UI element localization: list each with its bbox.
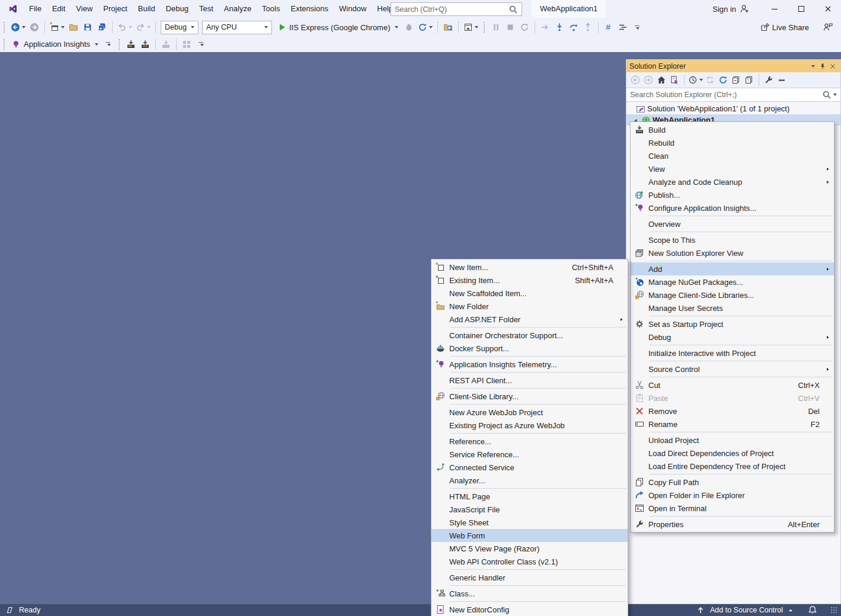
solution-explorer-title-bar[interactable]: Solution Explorer	[626, 60, 840, 72]
context-menu-item-rename[interactable]: Rename F2	[631, 418, 834, 431]
context-menu-item-add[interactable]: Add	[631, 262, 834, 275]
step-into-button[interactable]	[553, 20, 566, 34]
add-submenu-item-docker-support[interactable]: Docker Support...	[431, 342, 628, 355]
context-menu-item-view[interactable]: View	[631, 162, 834, 175]
menu-extensions[interactable]: Extensions	[285, 0, 334, 18]
find-in-files-button[interactable]	[442, 20, 455, 34]
context-menu-item-load-entire-dependency-tree-of-project[interactable]: Load Entire Dependency Tree of Project	[631, 460, 834, 473]
menu-tools[interactable]: Tools	[257, 0, 285, 18]
context-menu-item-configure-application-insights[interactable]: Configure Application Insights...	[631, 201, 834, 214]
context-menu-item-set-as-startup-project[interactable]: Set as Startup Project	[631, 317, 834, 331]
restart-app-button[interactable]	[417, 20, 434, 34]
telemetry-analytics-button[interactable]	[139, 37, 152, 52]
hot-reload-button[interactable]	[402, 20, 415, 34]
show-all-files-button[interactable]	[743, 73, 755, 86]
add-submenu-item-existing-project-as-azure-webjob[interactable]: Existing Project as Azure WebJob	[431, 419, 628, 432]
add-submenu-item-new-item[interactable]: * New Item... Ctrl+Shift+A	[431, 261, 628, 274]
telemetry-search-button[interactable]	[124, 37, 137, 52]
open-folder-button[interactable]	[67, 20, 80, 34]
toolbar-overflow-button[interactable]	[631, 20, 644, 34]
background-tasks-icon[interactable]	[5, 605, 14, 615]
live-share-button[interactable]: Live Share	[759, 20, 810, 34]
syntax-visualizer-button[interactable]: #	[602, 20, 615, 34]
preview-dash-button[interactable]	[776, 73, 788, 86]
tree-item-solution-webapplication1-1-of-1-project[interactable]: Solution 'WebApplication1' (1 of 1 proje…	[626, 103, 840, 114]
add-submenu-item-connected-service[interactable]: Connected Service	[431, 461, 628, 474]
add-submenu-item-javascript-file[interactable]: JavaScript File	[431, 503, 628, 516]
start-debugging-button[interactable]: IIS Express (Google Chrome)	[274, 20, 401, 34]
sign-in-button[interactable]: Sign in	[712, 0, 749, 18]
solution-explorer-search-input[interactable]: Search Solution Explorer (Ctrl+;)	[626, 88, 840, 102]
context-menu-item-manage-nuget-packages[interactable]: Manage NuGet Packages...	[631, 275, 834, 288]
immediate-window-button[interactable]	[616, 20, 629, 34]
menu-project[interactable]: Project	[98, 0, 132, 18]
toolbar-grip[interactable]	[483, 21, 486, 33]
add-submenu-item-rest-api-client[interactable]: REST API Client...	[431, 374, 628, 387]
notifications-bell-icon[interactable]	[808, 605, 817, 615]
collapse-all-button[interactable]	[730, 73, 742, 86]
toolbar-overflow-button[interactable]	[101, 37, 114, 52]
show-next-statement-button[interactable]	[539, 20, 552, 34]
add-submenu-item-service-reference[interactable]: Service Reference...	[431, 448, 628, 461]
search-icon[interactable]	[822, 90, 832, 100]
pending-changes-button[interactable]	[688, 73, 703, 86]
sync-button[interactable]	[704, 73, 716, 86]
search-icon[interactable]	[509, 5, 518, 14]
context-menu-item-unload-project[interactable]: Unload Project	[631, 434, 834, 447]
add-submenu-item-generic-handler[interactable]: Generic Handler	[431, 571, 628, 584]
application-insights-dropdown[interactable]: Application Insights	[9, 40, 101, 49]
save-all-button[interactable]	[95, 20, 108, 34]
se-forward-button[interactable]	[642, 73, 654, 86]
context-menu-item-open-folder-in-file-explorer[interactable]: Open Folder in File Explorer	[631, 489, 834, 502]
resize-grip[interactable]	[830, 607, 837, 614]
context-menu-item-publish[interactable]: Publish...	[631, 188, 834, 201]
add-submenu-item-client-side-library[interactable]: Client-Side Library...	[431, 390, 628, 403]
menu-analyze[interactable]: Analyze	[219, 0, 257, 18]
menu-file[interactable]: File	[24, 0, 47, 18]
undo-button[interactable]	[116, 20, 133, 34]
menu-build[interactable]: Build	[133, 0, 161, 18]
toolbar-overflow-button[interactable]	[194, 37, 207, 52]
se-back-button[interactable]	[629, 73, 641, 86]
window-position-button[interactable]	[807, 62, 817, 71]
context-menu-item-new-solution-explorer-view[interactable]: New Solution Explorer View	[631, 246, 834, 259]
context-menu-item-copy-full-path[interactable]: Copy Full Path	[631, 476, 834, 489]
context-menu-item-properties[interactable]: Properties Alt+Enter	[631, 518, 834, 531]
context-menu-item-analyze-and-code-cleanup[interactable]: Analyze and Code Cleanup	[631, 175, 834, 188]
context-menu-item-overview[interactable]: Overview	[631, 217, 834, 230]
add-submenu-item-web-api-controller-class-v2-1[interactable]: Web API Controller Class (v2.1)	[431, 555, 628, 568]
add-submenu-item-new-folder[interactable]: * New Folder	[431, 300, 628, 313]
telemetry-grid-button[interactable]	[180, 37, 193, 52]
menu-view[interactable]: View	[71, 0, 98, 18]
context-menu-item-remove[interactable]: Remove Del	[631, 405, 834, 418]
add-submenu-item-class[interactable]: Class...	[431, 587, 628, 600]
toolbar-grip[interactable]	[3, 38, 6, 50]
caret-up-icon[interactable]	[788, 607, 794, 613]
add-to-source-control-button[interactable]: Add to Source Control	[710, 606, 783, 614]
step-out-button[interactable]	[581, 20, 594, 34]
context-menu-item-initialize-interactive-with-project[interactable]: Initialize Interactive with Project	[631, 346, 834, 360]
add-submenu-item-new-scaffolded-item[interactable]: New Scaffolded Item...	[431, 287, 628, 300]
add-submenu-item-mvc-5-view-page-razor[interactable]: MVC 5 View Page (Razor)	[431, 542, 628, 555]
nav-back-button[interactable]	[9, 20, 27, 34]
browser-button[interactable]	[462, 20, 479, 34]
stop-button[interactable]	[504, 20, 517, 34]
add-submenu-item-web-form[interactable]: Web Form	[431, 529, 628, 542]
pause-button[interactable]	[490, 20, 503, 34]
context-menu-item-source-control[interactable]: Source Control	[631, 362, 834, 376]
menu-edit[interactable]: Edit	[47, 0, 71, 18]
context-menu-item-load-direct-dependencies-of-project[interactable]: Load Direct Dependencies of Project	[631, 447, 834, 460]
add-submenu-item-new-azure-webjob-project[interactable]: New Azure WebJob Project	[431, 406, 628, 419]
toolbar-grip[interactable]	[118, 38, 121, 50]
close-panel-button[interactable]	[827, 62, 837, 71]
menu-test[interactable]: Test	[194, 0, 219, 18]
minimize-button[interactable]	[761, 0, 788, 18]
feedback-button[interactable]	[821, 20, 834, 34]
wrench-button[interactable]	[763, 73, 775, 86]
quick-search-input[interactable]: Search (Ctrl+Q)	[391, 2, 522, 16]
nav-forward-button[interactable]	[28, 20, 41, 34]
add-submenu-item-container-orchestrator-support[interactable]: Container Orchestrator Support...	[431, 329, 628, 342]
add-submenu-item-add-asp-net-folder[interactable]: Add ASP.NET Folder	[431, 313, 628, 326]
menu-debug[interactable]: Debug	[161, 0, 194, 18]
add-submenu-item-application-insights-telemetry[interactable]: Application Insights Telemetry...	[431, 358, 628, 371]
